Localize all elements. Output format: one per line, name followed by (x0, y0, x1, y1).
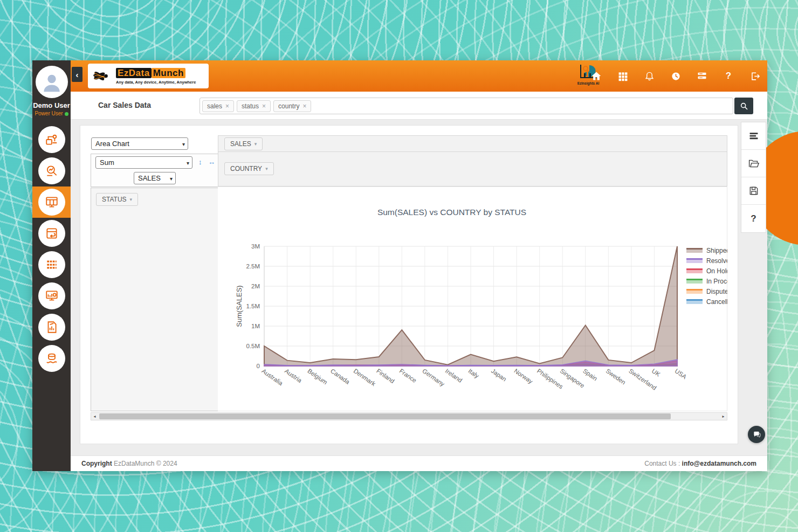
swap-vertical-icon[interactable]: ↕ (198, 158, 202, 166)
help-button[interactable]: ? (741, 205, 766, 232)
chart-builder-panel: Area Chart ▾ Sum ▾ ↕ ↔ SALES ▾ (80, 125, 738, 444)
sidebar-item-pivot-grid[interactable] (32, 249, 71, 280)
sheet-monitor-icon (45, 195, 59, 209)
remove-filter-icon[interactable]: × (262, 103, 266, 109)
svg-text:Ireland: Ireland (444, 368, 464, 384)
pivot-grid-icon (45, 258, 59, 272)
chevron-down-icon: ▾ (130, 197, 133, 202)
chat-button[interactable] (748, 426, 765, 443)
data-analysis-icon (45, 164, 59, 178)
chart-canvas[interactable]: Sum(SALES) vs COUNTRY by STATUS 00.5M1M1… (218, 186, 727, 411)
legend-swatch (686, 248, 703, 253)
footer: Copyright EzDataMunch © 2024 Contact Us … (71, 455, 767, 471)
svg-text:2M: 2M (251, 283, 260, 289)
filter-bar[interactable]: sales×status×country× (200, 98, 733, 114)
svg-text:1.5M: 1.5M (246, 303, 260, 309)
legend-swatch (686, 289, 703, 294)
chevron-down-icon: ▾ (170, 175, 173, 183)
aggregation-box: Sum ▾ ↕ ↔ SALES ▾ (91, 154, 218, 187)
svg-text:France: France (398, 368, 418, 384)
filter-tag-country[interactable]: country× (273, 100, 311, 112)
apps-grid-icon[interactable] (617, 70, 629, 82)
scrollbar-thumb[interactable] (99, 413, 671, 419)
search-icon (740, 102, 748, 110)
chevron-down-icon: ▾ (182, 140, 185, 149)
svg-text:Japan: Japan (490, 368, 508, 383)
sidebar-item-data-lake[interactable] (32, 343, 71, 374)
legend-item[interactable]: Cancelled (686, 296, 727, 307)
legend-item[interactable]: Shipped (686, 245, 727, 255)
dimension-chip-country[interactable]: COUNTRY ▾ (224, 162, 274, 175)
legend-label: In Process (706, 278, 727, 285)
sidebar-item-data-connector[interactable] (32, 124, 71, 155)
series-area: STATUS ▾ (91, 188, 218, 411)
svg-text:Denmark: Denmark (353, 368, 377, 388)
legend-label: Shipped (706, 247, 727, 254)
collapse-chevron-icon: ‹ (76, 70, 79, 79)
fan-logo-icon (92, 67, 113, 85)
left-sidebar: Demo User Power User (32, 60, 71, 471)
bell-icon[interactable] (643, 70, 655, 82)
swap-horizontal-icon[interactable]: ↔ (208, 158, 215, 166)
legend-label: Resolved (706, 257, 727, 265)
chevron-down-icon: ▾ (265, 166, 268, 171)
remove-filter-icon[interactable]: × (225, 103, 229, 109)
filter-tag-sales[interactable]: sales× (202, 100, 234, 112)
remove-filter-icon[interactable]: × (302, 103, 306, 109)
scroll-left-arrow[interactable]: ◂ (91, 412, 98, 420)
svg-text:Austria: Austria (284, 368, 304, 384)
open-button[interactable] (741, 150, 766, 177)
legend-item[interactable]: Resolved (686, 255, 727, 266)
logo-text: EzDataMunch (116, 68, 196, 79)
svg-text:Canada: Canada (329, 368, 351, 385)
filter-tag-status[interactable]: status× (237, 100, 271, 112)
help-icon[interactable]: ? (723, 70, 734, 82)
avatar[interactable] (36, 66, 68, 98)
sidebar-item-report-document[interactable] (32, 312, 71, 343)
svg-text:Finland: Finland (375, 368, 396, 384)
legend-item[interactable]: Disputed (686, 286, 727, 296)
help-icon: ? (751, 213, 756, 224)
clock-icon[interactable] (670, 70, 682, 82)
search-button[interactable] (734, 98, 753, 114)
svg-text:Australia: Australia (260, 368, 284, 387)
report-document-icon (45, 320, 59, 334)
contact-email[interactable]: info@ezdatamunch.com (682, 460, 756, 467)
horizontal-scrollbar[interactable]: ◂ ▸ (91, 412, 727, 420)
legend-label: On Hold (706, 267, 727, 275)
sidebar-collapse-button[interactable]: ‹ (72, 67, 82, 82)
svg-text:1M: 1M (251, 323, 260, 329)
sidebar-nav (32, 124, 71, 374)
sidebar-item-data-analysis[interactable] (32, 155, 71, 186)
legend-swatch (686, 279, 703, 284)
chart-type-select[interactable]: Area Chart ▾ (91, 137, 188, 150)
area-chart: 00.5M1M1.5M2M2.5M3MAustraliaAustriaBelgi… (218, 187, 727, 412)
sidebar-item-dashboard-monitor[interactable] (32, 280, 71, 312)
chart-legend: ShippedResolvedOn HoldIn ProcessDisputed… (686, 245, 727, 307)
content-area: Area Chart ▾ Sum ▾ ↕ ↔ SALES ▾ (71, 120, 767, 455)
aggregation-select[interactable]: Sum ▾ (95, 156, 192, 169)
legend-swatch (686, 268, 703, 273)
window-flow-icon (45, 226, 59, 240)
list-icon (748, 130, 759, 141)
list-button[interactable] (741, 122, 766, 150)
save-button[interactable] (741, 177, 766, 205)
svg-text:3M: 3M (251, 243, 260, 250)
legend-label: Cancelled (706, 298, 727, 306)
sidebar-item-sheet-monitor[interactable] (32, 186, 71, 218)
legend-item[interactable]: In Process (686, 276, 727, 286)
chat-icon (752, 430, 761, 439)
brand-logo[interactable]: EzDataMunch Any data, Any device, Anytim… (88, 64, 209, 88)
scroll-right-arrow[interactable]: ▸ (720, 412, 727, 420)
legend-swatch (686, 258, 703, 263)
user-silhouette-icon (40, 70, 64, 94)
measure-chip-sales[interactable]: SALES ▾ (224, 137, 263, 150)
svg-text:Norway: Norway (513, 368, 534, 385)
server-list-icon[interactable] (696, 70, 708, 82)
sidebar-item-window-flow[interactable] (32, 218, 71, 249)
series-chip-status[interactable]: STATUS ▾ (96, 193, 138, 206)
legend-item[interactable]: On Hold (686, 266, 727, 276)
logout-icon[interactable] (749, 70, 761, 82)
home-icon[interactable] (590, 70, 602, 82)
measure-select[interactable]: SALES ▾ (134, 172, 176, 184)
